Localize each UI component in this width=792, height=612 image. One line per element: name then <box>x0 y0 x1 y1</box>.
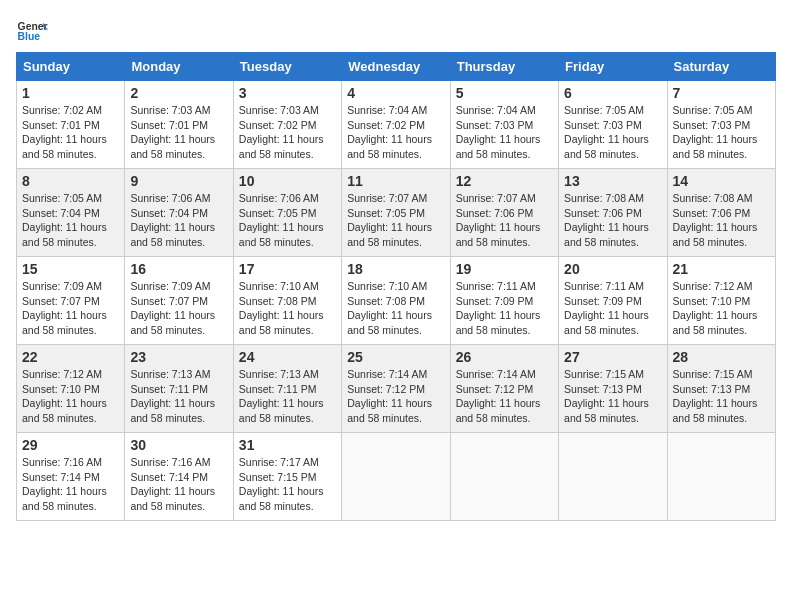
calendar-cell: 26 Sunrise: 7:14 AM Sunset: 7:12 PM Dayl… <box>450 345 558 433</box>
day-info: Sunrise: 7:13 AM Sunset: 7:11 PM Dayligh… <box>239 367 336 426</box>
calendar-cell: 28 Sunrise: 7:15 AM Sunset: 7:13 PM Dayl… <box>667 345 775 433</box>
day-number: 17 <box>239 261 336 277</box>
day-number: 14 <box>673 173 770 189</box>
day-info: Sunrise: 7:08 AM Sunset: 7:06 PM Dayligh… <box>564 191 661 250</box>
calendar-week-row: 15 Sunrise: 7:09 AM Sunset: 7:07 PM Dayl… <box>17 257 776 345</box>
day-info: Sunrise: 7:03 AM Sunset: 7:02 PM Dayligh… <box>239 103 336 162</box>
calendar-cell: 29 Sunrise: 7:16 AM Sunset: 7:14 PM Dayl… <box>17 433 125 521</box>
day-info: Sunrise: 7:07 AM Sunset: 7:05 PM Dayligh… <box>347 191 444 250</box>
day-number: 7 <box>673 85 770 101</box>
calendar-week-row: 22 Sunrise: 7:12 AM Sunset: 7:10 PM Dayl… <box>17 345 776 433</box>
day-info: Sunrise: 7:09 AM Sunset: 7:07 PM Dayligh… <box>130 279 227 338</box>
day-info: Sunrise: 7:04 AM Sunset: 7:02 PM Dayligh… <box>347 103 444 162</box>
calendar-cell: 20 Sunrise: 7:11 AM Sunset: 7:09 PM Dayl… <box>559 257 667 345</box>
day-info: Sunrise: 7:16 AM Sunset: 7:14 PM Dayligh… <box>22 455 119 514</box>
day-info: Sunrise: 7:12 AM Sunset: 7:10 PM Dayligh… <box>673 279 770 338</box>
day-header-saturday: Saturday <box>667 53 775 81</box>
day-number: 9 <box>130 173 227 189</box>
calendar-cell: 12 Sunrise: 7:07 AM Sunset: 7:06 PM Dayl… <box>450 169 558 257</box>
day-info: Sunrise: 7:04 AM Sunset: 7:03 PM Dayligh… <box>456 103 553 162</box>
day-number: 10 <box>239 173 336 189</box>
calendar-cell: 9 Sunrise: 7:06 AM Sunset: 7:04 PM Dayli… <box>125 169 233 257</box>
day-info: Sunrise: 7:06 AM Sunset: 7:05 PM Dayligh… <box>239 191 336 250</box>
day-number: 16 <box>130 261 227 277</box>
day-info: Sunrise: 7:12 AM Sunset: 7:10 PM Dayligh… <box>22 367 119 426</box>
day-number: 22 <box>22 349 119 365</box>
day-info: Sunrise: 7:15 AM Sunset: 7:13 PM Dayligh… <box>564 367 661 426</box>
day-number: 8 <box>22 173 119 189</box>
calendar-cell <box>342 433 450 521</box>
day-number: 29 <box>22 437 119 453</box>
day-number: 2 <box>130 85 227 101</box>
calendar-cell: 13 Sunrise: 7:08 AM Sunset: 7:06 PM Dayl… <box>559 169 667 257</box>
page-header: General Blue <box>16 16 776 48</box>
calendar-cell: 27 Sunrise: 7:15 AM Sunset: 7:13 PM Dayl… <box>559 345 667 433</box>
day-info: Sunrise: 7:11 AM Sunset: 7:09 PM Dayligh… <box>456 279 553 338</box>
calendar-cell: 1 Sunrise: 7:02 AM Sunset: 7:01 PM Dayli… <box>17 81 125 169</box>
day-info: Sunrise: 7:07 AM Sunset: 7:06 PM Dayligh… <box>456 191 553 250</box>
calendar-cell: 25 Sunrise: 7:14 AM Sunset: 7:12 PM Dayl… <box>342 345 450 433</box>
day-info: Sunrise: 7:09 AM Sunset: 7:07 PM Dayligh… <box>22 279 119 338</box>
calendar-cell: 2 Sunrise: 7:03 AM Sunset: 7:01 PM Dayli… <box>125 81 233 169</box>
day-number: 23 <box>130 349 227 365</box>
day-number: 13 <box>564 173 661 189</box>
day-info: Sunrise: 7:05 AM Sunset: 7:04 PM Dayligh… <box>22 191 119 250</box>
day-info: Sunrise: 7:02 AM Sunset: 7:01 PM Dayligh… <box>22 103 119 162</box>
day-number: 19 <box>456 261 553 277</box>
calendar-cell: 30 Sunrise: 7:16 AM Sunset: 7:14 PM Dayl… <box>125 433 233 521</box>
logo-icon: General Blue <box>16 16 48 48</box>
day-info: Sunrise: 7:14 AM Sunset: 7:12 PM Dayligh… <box>456 367 553 426</box>
day-info: Sunrise: 7:17 AM Sunset: 7:15 PM Dayligh… <box>239 455 336 514</box>
day-number: 30 <box>130 437 227 453</box>
calendar-cell: 6 Sunrise: 7:05 AM Sunset: 7:03 PM Dayli… <box>559 81 667 169</box>
calendar-cell: 11 Sunrise: 7:07 AM Sunset: 7:05 PM Dayl… <box>342 169 450 257</box>
day-info: Sunrise: 7:08 AM Sunset: 7:06 PM Dayligh… <box>673 191 770 250</box>
day-header-monday: Monday <box>125 53 233 81</box>
calendar-cell: 31 Sunrise: 7:17 AM Sunset: 7:15 PM Dayl… <box>233 433 341 521</box>
day-number: 18 <box>347 261 444 277</box>
svg-text:Blue: Blue <box>18 31 41 42</box>
calendar-cell: 16 Sunrise: 7:09 AM Sunset: 7:07 PM Dayl… <box>125 257 233 345</box>
calendar-cell: 21 Sunrise: 7:12 AM Sunset: 7:10 PM Dayl… <box>667 257 775 345</box>
day-number: 11 <box>347 173 444 189</box>
calendar-cell: 5 Sunrise: 7:04 AM Sunset: 7:03 PM Dayli… <box>450 81 558 169</box>
calendar-cell <box>450 433 558 521</box>
day-number: 15 <box>22 261 119 277</box>
day-header-thursday: Thursday <box>450 53 558 81</box>
day-info: Sunrise: 7:10 AM Sunset: 7:08 PM Dayligh… <box>347 279 444 338</box>
calendar-cell: 19 Sunrise: 7:11 AM Sunset: 7:09 PM Dayl… <box>450 257 558 345</box>
calendar-cell: 23 Sunrise: 7:13 AM Sunset: 7:11 PM Dayl… <box>125 345 233 433</box>
day-number: 21 <box>673 261 770 277</box>
calendar-cell: 22 Sunrise: 7:12 AM Sunset: 7:10 PM Dayl… <box>17 345 125 433</box>
calendar-cell: 4 Sunrise: 7:04 AM Sunset: 7:02 PM Dayli… <box>342 81 450 169</box>
day-number: 3 <box>239 85 336 101</box>
day-number: 26 <box>456 349 553 365</box>
calendar-week-row: 29 Sunrise: 7:16 AM Sunset: 7:14 PM Dayl… <box>17 433 776 521</box>
calendar-cell: 17 Sunrise: 7:10 AM Sunset: 7:08 PM Dayl… <box>233 257 341 345</box>
day-info: Sunrise: 7:13 AM Sunset: 7:11 PM Dayligh… <box>130 367 227 426</box>
day-number: 5 <box>456 85 553 101</box>
day-number: 1 <box>22 85 119 101</box>
calendar-cell: 24 Sunrise: 7:13 AM Sunset: 7:11 PM Dayl… <box>233 345 341 433</box>
day-number: 4 <box>347 85 444 101</box>
calendar-week-row: 8 Sunrise: 7:05 AM Sunset: 7:04 PM Dayli… <box>17 169 776 257</box>
calendar-cell: 10 Sunrise: 7:06 AM Sunset: 7:05 PM Dayl… <box>233 169 341 257</box>
calendar-header-row: SundayMondayTuesdayWednesdayThursdayFrid… <box>17 53 776 81</box>
calendar-cell: 8 Sunrise: 7:05 AM Sunset: 7:04 PM Dayli… <box>17 169 125 257</box>
calendar-cell: 18 Sunrise: 7:10 AM Sunset: 7:08 PM Dayl… <box>342 257 450 345</box>
day-number: 27 <box>564 349 661 365</box>
day-number: 31 <box>239 437 336 453</box>
day-info: Sunrise: 7:15 AM Sunset: 7:13 PM Dayligh… <box>673 367 770 426</box>
calendar-cell: 14 Sunrise: 7:08 AM Sunset: 7:06 PM Dayl… <box>667 169 775 257</box>
day-number: 24 <box>239 349 336 365</box>
day-info: Sunrise: 7:10 AM Sunset: 7:08 PM Dayligh… <box>239 279 336 338</box>
day-header-tuesday: Tuesday <box>233 53 341 81</box>
day-number: 28 <box>673 349 770 365</box>
day-header-wednesday: Wednesday <box>342 53 450 81</box>
day-info: Sunrise: 7:16 AM Sunset: 7:14 PM Dayligh… <box>130 455 227 514</box>
logo: General Blue <box>16 16 48 48</box>
calendar-cell: 7 Sunrise: 7:05 AM Sunset: 7:03 PM Dayli… <box>667 81 775 169</box>
calendar-week-row: 1 Sunrise: 7:02 AM Sunset: 7:01 PM Dayli… <box>17 81 776 169</box>
day-header-sunday: Sunday <box>17 53 125 81</box>
day-number: 20 <box>564 261 661 277</box>
